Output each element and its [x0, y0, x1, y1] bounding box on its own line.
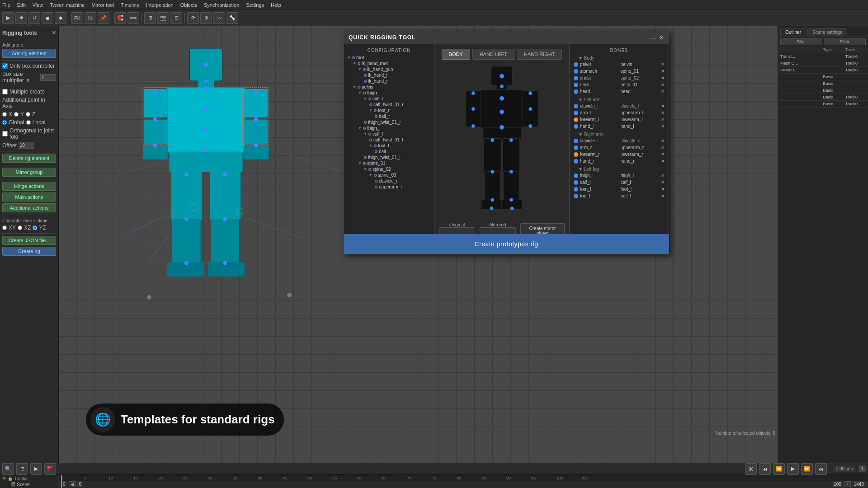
tree-root[interactable]: ▼⚙root ▼⚙ik_hand_root ▼⚙ik_hand_gun ⚙ik_…: [346, 54, 432, 190]
qrt-minimize-btn[interactable]: —: [650, 34, 656, 41]
orthogonal-checkbox[interactable]: [2, 131, 8, 136]
menu-mirror[interactable]: Mirror tool: [91, 2, 114, 8]
tl-play-btn[interactable]: ▶: [30, 463, 42, 475]
zoom-in-btn[interactable]: +: [844, 481, 851, 487]
tl-frame-btn[interactable]: ⊡: [16, 463, 28, 475]
right-row-7[interactable]: Basic Track0: [778, 101, 868, 108]
tree-clavicle-r[interactable]: ⚙clavicle_r: [373, 178, 432, 184]
mirror-group-btn[interactable]: Mirror group: [2, 168, 56, 177]
menu-help[interactable]: Help: [271, 2, 281, 8]
plane-xy-radio[interactable]: [2, 225, 7, 230]
tree-calf-l[interactable]: ▼⚙calf_l: [363, 131, 432, 137]
axis-y-radio[interactable]: [14, 112, 19, 117]
tree-foot-l[interactable]: ▼⚙foot_l: [368, 143, 432, 149]
bone-remove-clavicle-r[interactable]: ✕: [661, 138, 665, 143]
tool-ik[interactable]: IK: [85, 12, 96, 24]
tree-spine-01[interactable]: ▼⚙spine_01: [357, 160, 432, 166]
bone-remove-arm-l[interactable]: ✕: [661, 110, 665, 115]
bone-remove-neck[interactable]: ✕: [661, 82, 665, 87]
box-size-input[interactable]: [40, 74, 56, 81]
bone-remove-forearm-r[interactable]: ✕: [661, 152, 665, 157]
menu-timeline[interactable]: Timeline: [121, 2, 139, 8]
tool-key[interactable]: ◆: [55, 12, 66, 24]
add-rig-element-btn[interactable]: Add rig element: [2, 49, 56, 58]
tool-aim[interactable]: ⊕: [200, 12, 212, 24]
tab-body[interactable]: BODY: [442, 49, 470, 60]
tab-scene-settings[interactable]: Scene settings: [807, 28, 847, 36]
additional-actions-btn[interactable]: Additional actions: [2, 203, 56, 212]
menu-tween[interactable]: Tween machine: [50, 2, 85, 8]
tool-path[interactable]: 〰: [213, 12, 225, 24]
plane-yz-radio[interactable]: [33, 225, 37, 230]
right-row-4[interactable]: Basic: [778, 80, 868, 87]
tree-ball-l[interactable]: ⚙ball_l: [373, 149, 432, 155]
tree-calf-r[interactable]: ▼⚙calf_r: [363, 96, 432, 102]
qrt-close-btn[interactable]: ✕: [659, 34, 664, 41]
close-left-panel[interactable]: ✕: [52, 30, 56, 36]
multiple-create-checkbox[interactable]: [2, 89, 8, 94]
main-actions-btn[interactable]: Main actions: [2, 192, 56, 202]
tl-fwd-btn[interactable]: ⏩: [801, 463, 813, 475]
tree-thigh-r[interactable]: ▼⚙thigh_r: [357, 90, 432, 96]
tl-back-btn[interactable]: ⏪: [773, 463, 785, 475]
tree-ik-hand-gun[interactable]: ▼⚙ik_hand_gun: [357, 66, 432, 72]
bone-remove-thigh-l[interactable]: ✕: [661, 173, 665, 178]
tool-fk[interactable]: FK: [71, 12, 83, 24]
right-row-2[interactable]: Proto U... Track0: [778, 67, 868, 74]
tool-grid[interactable]: ⊞: [144, 12, 156, 24]
tl-play-main-btn[interactable]: ▶: [787, 463, 799, 475]
tree-foot-r[interactable]: ▼⚙foot_r: [368, 108, 432, 113]
tl-flag-btn[interactable]: 🚩: [44, 463, 56, 475]
tool-bone[interactable]: 🦴: [226, 12, 238, 24]
bone-remove-hand-l[interactable]: ✕: [661, 124, 665, 129]
create-json-btn[interactable]: Create JSON file...: [2, 236, 56, 245]
tree-ik-hand-root[interactable]: ▼⚙ik_hand_root: [352, 61, 432, 66]
coord-local-radio[interactable]: [26, 120, 31, 125]
bone-remove-stomach[interactable]: ✕: [661, 69, 665, 74]
menu-sync[interactable]: Synchronization: [204, 2, 239, 8]
bone-remove-hand-r[interactable]: ✕: [661, 159, 665, 164]
tool-rotate[interactable]: ↺: [28, 12, 40, 24]
tree-spine-02[interactable]: ▼⚙spine_02: [363, 166, 432, 172]
bone-remove-calf-l[interactable]: ✕: [661, 180, 665, 185]
menu-edit[interactable]: Edit: [17, 2, 26, 8]
tab-outliner[interactable]: Outliner: [780, 28, 806, 36]
viewport[interactable]: QUICK RIGGING TOOL — ✕ CONFIGURATION ▼⚙r…: [59, 26, 778, 463]
axis-x-radio[interactable]: [2, 112, 7, 117]
tree-ball-r[interactable]: ⚙ball_r: [373, 113, 432, 119]
bone-remove-head[interactable]: ✕: [661, 89, 665, 94]
tool-mirror-btn[interactable]: ⟺: [127, 12, 139, 24]
tl-ik-btn[interactable]: IK: [745, 463, 757, 475]
coord-global-radio[interactable]: [2, 120, 7, 125]
bone-remove-foot-l[interactable]: ✕: [661, 187, 665, 192]
tool-frame[interactable]: ⊡: [170, 12, 182, 24]
tree-ik-hand-l[interactable]: ⚙ik_hand_l: [363, 72, 432, 78]
create-prototypes-btn[interactable]: Create prototypes rig: [344, 234, 669, 254]
delete-rig-element-btn[interactable]: Delete rig element: [2, 154, 56, 163]
bone-remove-forearm-l[interactable]: ✕: [661, 117, 665, 122]
tree-upperarm-r[interactable]: ⚙upperarm_r: [373, 184, 432, 190]
tl-prev-btn[interactable]: ⏮: [759, 463, 771, 475]
create-rig-btn[interactable]: Create rig: [2, 247, 56, 256]
tool-rotate2[interactable]: ⟳: [187, 12, 199, 24]
tab-hand-left[interactable]: HAND LEFT: [472, 49, 514, 60]
menu-objects[interactable]: Objects: [180, 2, 197, 8]
tool-record[interactable]: ⏺: [42, 12, 53, 24]
tree-calf-twist-r[interactable]: ⚙calf_twist_01_r: [368, 102, 432, 108]
expand-icon[interactable]: +: [7, 482, 9, 487]
bone-remove-toe-l[interactable]: ✕: [661, 193, 665, 198]
frame-nav-left[interactable]: ◀: [69, 481, 76, 487]
right-row-1[interactable]: Mesh O... Track0: [778, 60, 868, 67]
plane-xz-radio[interactable]: [18, 225, 22, 230]
tree-thigh-l[interactable]: ▼⚙thigh_l: [357, 125, 432, 131]
bone-remove-arm-r[interactable]: ✕: [661, 145, 665, 150]
tl-search-btn[interactable]: 🔍: [2, 463, 14, 475]
timeline-ruler[interactable]: 0 5 10 15 20 25 30 35 40 45 50 55 60 65 …: [59, 475, 868, 488]
right-row-0[interactable]: Transf... Track0: [778, 53, 868, 60]
menu-interpolation[interactable]: Interpolation: [146, 2, 174, 8]
bone-remove-pelvis[interactable]: ✕: [661, 62, 665, 67]
tree-thigh-twist-l[interactable]: ⚙thigh_twist_01_l: [363, 155, 432, 160]
right-row-3[interactable]: Basic: [778, 74, 868, 80]
tree-ik-hand-r[interactable]: ⚙ik_hand_r: [363, 78, 432, 84]
right-row-6[interactable]: Basic Track0: [778, 94, 868, 101]
